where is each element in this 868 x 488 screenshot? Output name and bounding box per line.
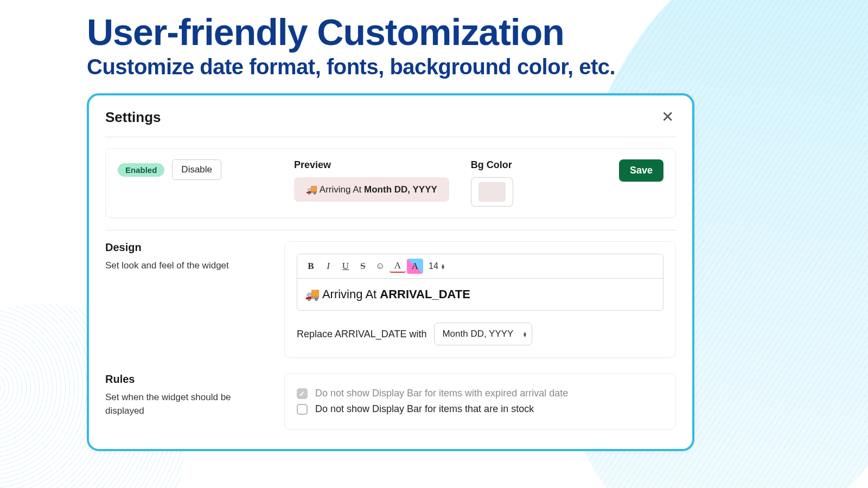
editor-toolbar: B I U S ☺ A A 14 ▴▾ <box>297 254 663 279</box>
replace-label: Replace ARRIVAL_DATE with <box>297 329 426 340</box>
bgcolor-picker[interactable] <box>471 177 513 207</box>
editor-prefix-text: Arriving At <box>322 287 380 301</box>
stepper-icon: ▴▾ <box>442 264 444 269</box>
rules-description: Set when the widget should be displayed <box>105 391 263 418</box>
preview-prefix: Arriving At <box>320 184 364 195</box>
rule2-label: Do not show Display Bar for items that a… <box>315 403 534 415</box>
bgcolor-swatch <box>478 182 506 202</box>
preview-pill: 🚚 Arriving At Month DD, YYYY <box>294 177 449 202</box>
enabled-badge: Enabled <box>118 163 164 177</box>
save-button[interactable]: Save <box>619 159 663 182</box>
underline-button[interactable]: U <box>337 259 354 274</box>
rules-heading: Rules <box>105 373 263 386</box>
rule1-checkbox[interactable] <box>297 388 308 399</box>
design-description: Set look and feel of the widget <box>105 259 263 273</box>
bgcolor-label: Bg Color <box>471 159 513 171</box>
rule1-label: Do not show Display Bar for items with e… <box>315 388 568 399</box>
preview-date: Month DD, YYYY <box>364 184 437 195</box>
chevron-updown-icon: ▴▾ <box>524 331 526 337</box>
font-size-value: 14 <box>429 261 438 271</box>
preview-label: Preview <box>294 159 449 171</box>
bold-button[interactable]: B <box>303 259 319 274</box>
date-format-select[interactable]: Month DD, YYYY ▴▾ <box>434 323 532 345</box>
text-color-button[interactable]: A <box>390 260 406 273</box>
font-size-select[interactable]: 14 ▴▾ <box>429 261 444 271</box>
divider <box>105 137 676 137</box>
editor-content[interactable]: 🚚 Arriving At ARRIVAL_DATE <box>297 279 663 310</box>
emoji-button[interactable]: ☺ <box>372 259 388 274</box>
status-preview-card: Enabled Disable Preview 🚚 Arriving At Mo… <box>105 148 676 218</box>
rule2-checkbox[interactable] <box>297 404 308 415</box>
close-icon[interactable]: ✕ <box>659 107 676 127</box>
date-format-value: Month DD, YYYY <box>442 329 513 339</box>
hero-subtitle: Customize date format, fonts, background… <box>87 55 781 79</box>
highlight-button[interactable]: A <box>407 259 423 274</box>
strikethrough-button[interactable]: S <box>355 259 371 274</box>
truck-icon: 🚚 <box>305 287 320 301</box>
settings-modal: Settings ✕ Enabled Disable Preview 🚚 Arr… <box>87 93 694 451</box>
disable-button[interactable]: Disable <box>172 159 221 180</box>
rich-text-editor: B I U S ☺ A A 14 ▴▾ <box>297 254 663 311</box>
editor-token: ARRIVAL_DATE <box>380 287 470 301</box>
modal-title: Settings <box>105 109 161 126</box>
divider <box>105 230 676 230</box>
design-heading: Design <box>105 241 263 254</box>
italic-button[interactable]: I <box>320 259 336 274</box>
hero-title: User-friendly Customization <box>87 13 781 52</box>
truck-icon: 🚚 <box>306 184 317 195</box>
